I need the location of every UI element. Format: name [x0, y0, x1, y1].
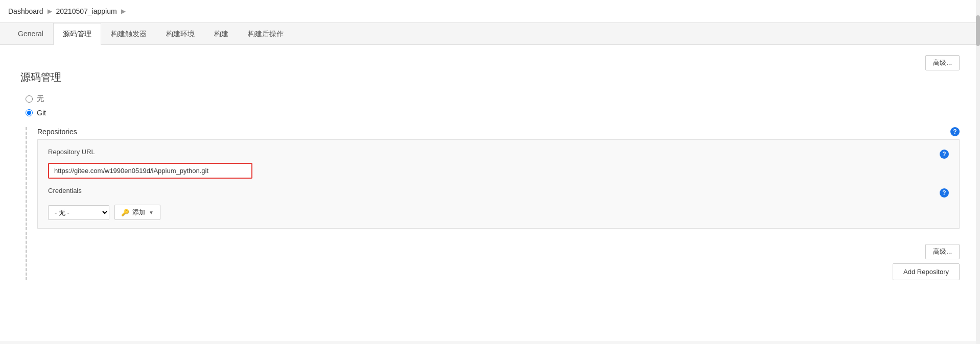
main-content: General 源码管理 构建触发器 构建环境 构建 构建后操作 高级... 源… — [0, 23, 980, 341]
radio-none-input[interactable] — [26, 95, 33, 103]
tab-post[interactable]: 构建后操作 — [238, 23, 293, 45]
tab-env[interactable]: 构建环境 — [156, 23, 204, 45]
radio-git-item[interactable]: Git — [26, 109, 960, 117]
repo-url-label: Repository URL — [48, 148, 95, 156]
scrollbar-thumb[interactable] — [976, 15, 980, 46]
tabs-bar: General 源码管理 构建触发器 构建环境 构建 构建后操作 — [0, 23, 980, 45]
repo-url-header-row: Repository URL ? — [48, 148, 949, 160]
breadcrumb-sep-2: ▶ — [121, 8, 126, 15]
add-credentials-button[interactable]: 🔑 添加 ▼ — [114, 205, 160, 220]
breadcrumb-project[interactable]: 20210507_iappium — [56, 7, 117, 15]
credentials-row: - 无 - 🔑 添加 ▼ — [48, 205, 949, 220]
add-repository-button[interactable]: Add Repository — [893, 263, 960, 280]
scrollbar[interactable] — [976, 0, 980, 341]
credentials-header-row: Credentials ? — [48, 187, 949, 199]
key-icon: 🔑 — [121, 209, 129, 216]
tab-build[interactable]: 构建 — [204, 23, 238, 45]
repositories-label: Repositories — [37, 128, 77, 136]
repo-url-help-icon[interactable]: ? — [940, 150, 949, 159]
repo-url-input[interactable] — [48, 163, 252, 179]
repositories-header-row: Repositories ? — [37, 127, 960, 136]
credentials-help-icon[interactable]: ? — [940, 188, 949, 198]
tab-triggers[interactable]: 构建触发器 — [101, 23, 156, 45]
radio-git-input[interactable] — [26, 109, 33, 116]
repository-field-group: Repository URL ? Credentials ? - 无 - � — [37, 139, 960, 229]
advanced-button-top-container: 高级... — [925, 55, 960, 70]
tab-general[interactable]: General — [8, 23, 53, 45]
radio-none-item[interactable]: 无 — [26, 94, 960, 104]
credentials-select[interactable]: - 无 - — [48, 205, 109, 220]
content-panel: 高级... 源码管理 无 Git Repositories ? — [0, 45, 980, 341]
breadcrumb: Dashboard ▶ 20210507_iappium ▶ — [0, 0, 980, 23]
dropdown-arrow: ▼ — [149, 210, 154, 215]
add-label: 添加 — [132, 208, 146, 217]
radio-git-label: Git — [37, 109, 46, 117]
breadcrumb-sep-1: ▶ — [48, 8, 52, 15]
radio-none-label: 无 — [37, 94, 44, 104]
credentials-label: Credentials — [48, 187, 82, 194]
radio-group: 无 Git — [26, 94, 960, 117]
repositories-section: Repositories ? Repository URL ? Credenti… — [26, 127, 960, 280]
section-title: 源码管理 — [20, 70, 960, 84]
repositories-help-icon[interactable]: ? — [950, 127, 960, 136]
bottom-actions: 高级... Add Repository — [37, 244, 960, 280]
tab-source[interactable]: 源码管理 — [53, 23, 101, 45]
advanced-button-bottom[interactable]: 高级... — [925, 244, 960, 259]
advanced-button-top[interactable]: 高级... — [925, 55, 960, 70]
breadcrumb-dashboard[interactable]: Dashboard — [8, 7, 43, 15]
